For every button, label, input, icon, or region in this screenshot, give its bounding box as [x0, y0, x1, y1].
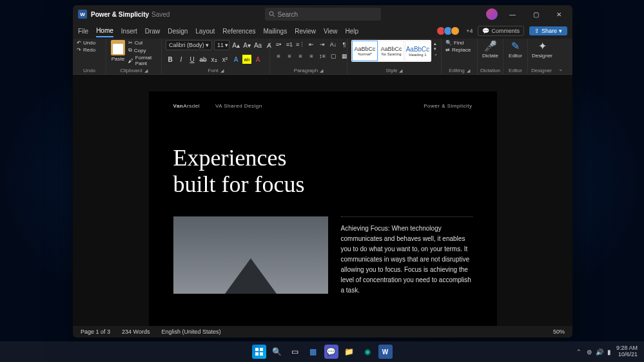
numbering-button[interactable]: ≡1 [285, 40, 294, 49]
battery-icon[interactable]: ▮ [607, 348, 611, 356]
grow-font-button[interactable]: A▴ [231, 41, 240, 50]
taskbar-explorer-icon[interactable]: 📁 [342, 345, 356, 359]
line-spacing-button[interactable]: ↕≡ [318, 52, 327, 61]
document-heading[interactable]: Experiences built for focus [173, 145, 473, 198]
taskbar-search-icon[interactable]: 🔍 [270, 345, 284, 359]
font-name-select[interactable]: Calibri (Body)▾ [166, 40, 212, 50]
sort-button[interactable]: A↓ [329, 40, 338, 49]
image-placeholder[interactable] [173, 216, 328, 294]
replace-button[interactable]: ⇄Replace [445, 47, 471, 53]
font-size-select[interactable]: 11▾ [214, 40, 229, 50]
shrink-font-button[interactable]: A▾ [242, 41, 251, 50]
status-page[interactable]: Page 1 of 3 [81, 329, 110, 335]
copy-button[interactable]: ⧉Copy [128, 47, 157, 53]
tab-view[interactable]: View [324, 26, 338, 37]
highlight-button[interactable]: ab [242, 55, 251, 64]
superscript-button[interactable]: x² [220, 55, 229, 64]
font-color-button[interactable]: A [253, 55, 262, 64]
underline-button[interactable]: U [188, 55, 197, 64]
body-text[interactable]: Achieving Focus: When technology communi… [341, 216, 473, 296]
taskbar-edge-icon[interactable]: ◉ [360, 345, 375, 359]
styles-launcher-icon[interactable]: ◢ [399, 68, 402, 73]
change-case-button[interactable]: Aa [253, 41, 262, 50]
style-no-spacing[interactable]: AaBbCcNo Spacing [378, 41, 404, 61]
tab-references[interactable]: References [222, 26, 255, 37]
italic-button[interactable]: I [177, 55, 186, 64]
tab-draw[interactable]: Draw [145, 26, 160, 37]
bold-button[interactable]: B [166, 55, 175, 64]
status-words[interactable]: 234 Words [122, 329, 150, 335]
styles-more-button[interactable]: ▴▾⌄ [434, 40, 438, 58]
tab-home[interactable]: Home [96, 25, 113, 37]
style-normal[interactable]: AaBbCcNormal* [352, 41, 378, 61]
tab-mailings[interactable]: Mailings [263, 26, 287, 37]
indent-button[interactable]: ⇥ [318, 40, 327, 49]
dictate-button[interactable]: 🎤Dictate [482, 40, 499, 59]
clipboard-launcher-icon[interactable]: ◢ [144, 68, 148, 73]
presence-avatars[interactable] [438, 26, 460, 35]
style-heading1[interactable]: AaBbCcHeading 1 [405, 41, 431, 61]
taskbar-clock[interactable]: 9:28 AM 10/6/21 [616, 345, 638, 358]
share-button[interactable]: ⇪ Share ▾ [529, 26, 567, 35]
cut-button[interactable]: ✂Cut [128, 40, 157, 46]
volume-icon[interactable]: 🔊 [596, 348, 603, 356]
font-launcher-icon[interactable]: ◢ [220, 68, 224, 73]
presence-extra[interactable]: +4 [466, 28, 473, 34]
page[interactable]: VanArsdel VA Shared Design Power & Simpl… [149, 91, 497, 326]
taskbar-widgets-icon[interactable]: ▦ [306, 345, 320, 359]
paste-button[interactable]: Paste [110, 40, 126, 62]
justify-button[interactable]: ≡ [307, 52, 316, 61]
wifi-icon[interactable]: ⊚ [587, 348, 592, 356]
align-left-button[interactable]: ≡ [274, 52, 283, 61]
paste-label: Paste [112, 56, 124, 62]
system-tray: ⌃ ⊚ 🔊 ▮ 9:28 AM 10/6/21 [576, 345, 638, 358]
outdent-button[interactable]: ⇤ [307, 40, 316, 49]
shading-button[interactable]: ▢ [329, 52, 338, 61]
maximize-button[interactable]: ▢ [527, 5, 544, 23]
editing-launcher-icon[interactable]: ◢ [467, 68, 470, 73]
redo-button[interactable]: ↷Redo [77, 47, 95, 53]
search-box[interactable]: Search [265, 8, 381, 21]
align-center-button[interactable]: ≡ [285, 52, 294, 61]
group-editing: 🔍Find ⇄Replace Editing◢ [442, 39, 478, 74]
svg-point-0 [269, 12, 273, 15]
close-button[interactable]: ✕ [551, 5, 567, 23]
chevron-down-icon: ▾ [206, 42, 209, 48]
status-zoom[interactable]: 50% [553, 329, 565, 335]
align-right-button[interactable]: ≡ [296, 52, 305, 61]
tab-file[interactable]: File [78, 26, 88, 37]
comments-button[interactable]: 💬 Comments [478, 26, 524, 36]
multilevel-button[interactable]: ≡⋮ [296, 40, 305, 49]
word-window: W Power & Simplicity Saved Search — ▢ ✕ … [73, 5, 572, 338]
find-button[interactable]: 🔍Find [445, 40, 471, 46]
tab-layout[interactable]: Layout [195, 26, 215, 37]
editor-button[interactable]: ✎Editor [507, 40, 523, 59]
styles-gallery[interactable]: AaBbCcNormal* AaBbCcNo Spacing AaBbCcHea… [351, 40, 431, 62]
taskbar-word-icon[interactable]: W [378, 345, 393, 359]
designer-button[interactable]: ✦Designer [532, 40, 552, 59]
minimize-button[interactable]: — [504, 5, 521, 23]
document-title: Power & Simplicity [91, 11, 149, 18]
strike-button[interactable]: ab [199, 55, 208, 64]
collapse-ribbon-button[interactable]: ⌄ [555, 39, 567, 74]
tab-design[interactable]: Design [168, 26, 188, 37]
user-avatar[interactable] [486, 8, 498, 20]
text-effects-button[interactable]: A [231, 55, 240, 64]
tab-insert[interactable]: Insert [121, 26, 137, 37]
format-painter-button[interactable]: 🖌Format Paint [128, 55, 157, 66]
undo-button[interactable]: ↶Undo [77, 40, 95, 46]
group-paragraph: ≡• ≡1 ≡⋮ ⇤ ⇥ A↓ ¶ ≡ ≡ ≡ ≡ ↕≡ ▢ ▦ [270, 39, 347, 74]
document-area[interactable]: VanArsdel VA Shared Design Power & Simpl… [73, 75, 572, 326]
taskbar-taskview-icon[interactable]: ▭ [288, 345, 302, 359]
paragraph-launcher-icon[interactable]: ◢ [320, 68, 323, 73]
bullets-button[interactable]: ≡• [274, 40, 283, 49]
status-language[interactable]: English (United States) [161, 329, 220, 335]
taskbar-chat-icon[interactable]: 💬 [324, 345, 338, 359]
tab-review[interactable]: Review [295, 26, 316, 37]
start-button[interactable] [252, 345, 266, 359]
ribbon-tabs: File Home Insert Draw Design Layout Refe… [73, 23, 572, 39]
tab-help[interactable]: Help [345, 26, 358, 37]
tray-chevron-icon[interactable]: ⌃ [576, 348, 581, 355]
search-placeholder: Search [278, 11, 298, 18]
subscript-button[interactable]: x₂ [210, 55, 219, 64]
